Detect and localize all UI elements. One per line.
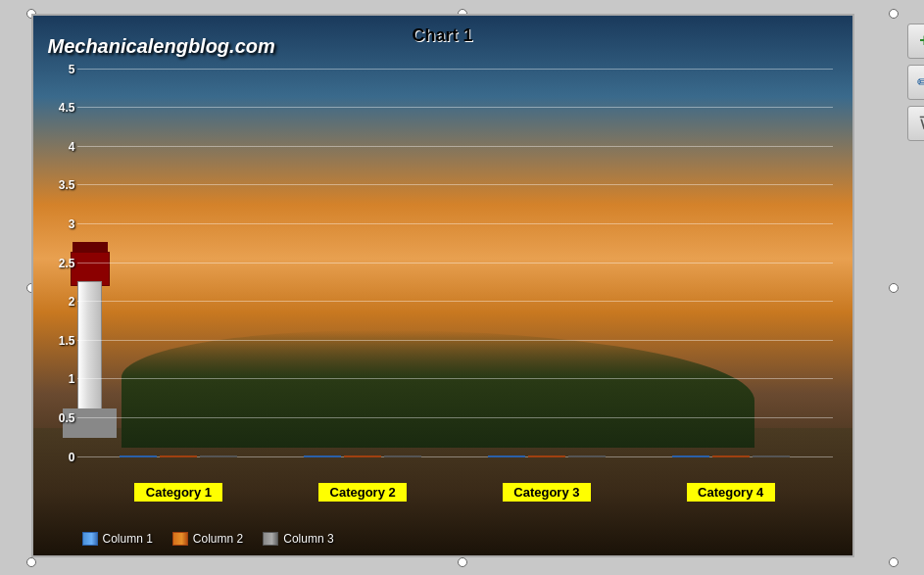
y-axis-label: 2	[69, 295, 75, 309]
chart-plot-area: 00.511.522.533.544.55 Category 1Category…	[77, 70, 833, 457]
filter-button[interactable]: ⊽	[907, 106, 925, 141]
legend-label-column3: Column 3	[283, 532, 333, 546]
y-axis-label: 4.5	[59, 101, 75, 115]
bar-group	[653, 455, 809, 457]
y-axis-label: 1.5	[59, 334, 75, 348]
category-label: Category 3	[503, 483, 591, 502]
y-axis: 00.511.522.533.544.55	[38, 70, 75, 457]
bar-group	[100, 455, 257, 457]
legend-item-column2: Column 2	[172, 532, 243, 546]
category-label: Category 2	[318, 483, 407, 502]
y-axis-label: 3	[69, 217, 75, 231]
bar-gray	[753, 455, 790, 457]
y-axis-label: 1	[69, 372, 75, 386]
chart-outer-wrapper: Mechanicalengblog.com Chart 1 00.511.522…	[31, 14, 894, 562]
legend-label-column1: Column 1	[103, 532, 153, 546]
add-element-button[interactable]: +	[907, 24, 925, 59]
legend-label-column2: Column 2	[193, 532, 243, 546]
y-axis-label: 0.5	[59, 411, 75, 425]
bar-blue	[488, 455, 525, 457]
chart-container: Mechanicalengblog.com Chart 1 00.511.522…	[31, 14, 854, 557]
legend-swatch-orange	[172, 532, 188, 546]
bar-gray	[200, 455, 237, 457]
resize-handle-mr[interactable]	[889, 283, 899, 293]
legend-item-column3: Column 3	[263, 532, 333, 546]
resize-handle-bl[interactable]	[26, 557, 36, 567]
category-label: Category 1	[134, 483, 222, 502]
bar-group	[468, 455, 625, 457]
chart-legend: Column 1 Column 2 Column 3	[82, 532, 334, 546]
bar-gray	[384, 455, 421, 457]
bar-orange	[160, 455, 197, 457]
legend-swatch-blue	[82, 532, 98, 546]
chart-toolbar: + ✏ ⊽	[907, 24, 925, 141]
y-axis-label: 5	[69, 63, 75, 76]
bar-blue	[672, 455, 709, 457]
resize-handle-tr[interactable]	[889, 9, 899, 19]
category-label: Category 4	[687, 483, 775, 502]
legend-swatch-gray	[263, 532, 278, 546]
category-labels: Category 1Category 2Category 3Category 4	[77, 483, 833, 502]
legend-item-column1: Column 1	[82, 532, 153, 546]
bar-orange	[712, 455, 750, 457]
bars-container	[77, 70, 833, 457]
bar-orange	[344, 455, 381, 457]
watermark-text: Mechanicalengblog.com	[48, 35, 275, 58]
y-axis-label: 2.5	[59, 257, 75, 270]
bar-blue	[304, 455, 341, 457]
resize-handle-bm[interactable]	[458, 557, 467, 567]
bar-orange	[528, 455, 565, 457]
y-axis-label: 3.5	[59, 178, 75, 192]
bar-gray	[568, 455, 606, 457]
bar-group	[284, 455, 441, 457]
bar-blue	[120, 455, 157, 457]
y-axis-label: 4	[69, 140, 75, 154]
resize-handle-br[interactable]	[889, 557, 899, 567]
edit-button[interactable]: ✏	[907, 65, 925, 100]
y-axis-label: 0	[69, 451, 75, 464]
